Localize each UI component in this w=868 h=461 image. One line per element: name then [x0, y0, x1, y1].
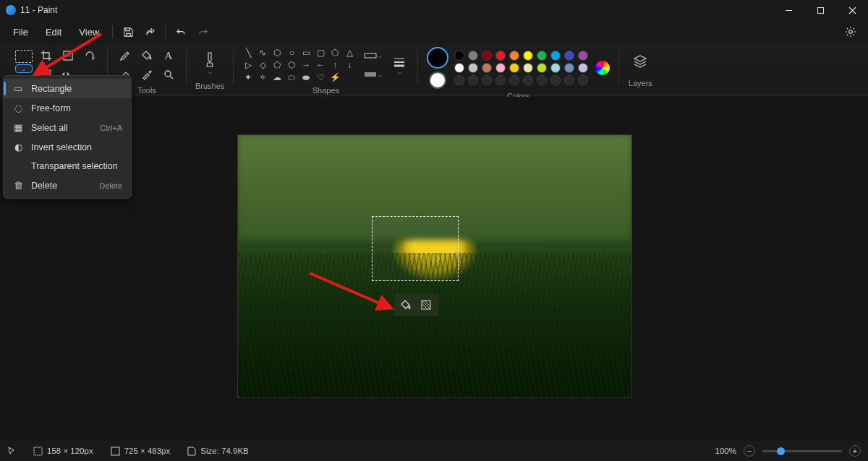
- fill-tool[interactable]: [138, 47, 156, 64]
- color-swatch[interactable]: [468, 75, 478, 85]
- dropdown-select-all[interactable]: ▦ Select all Ctrl+A: [4, 118, 131, 137]
- dropdown-invert-label: Invert selection: [31, 142, 92, 152]
- color-swatch[interactable]: [482, 63, 492, 73]
- pencil-tool[interactable]: [116, 47, 134, 64]
- selection-dropdown: ▭ Rectangle ◌ Free-form ▦ Select all Ctr…: [3, 75, 132, 199]
- svg-rect-1: [817, 7, 823, 13]
- color-swatch[interactable]: [550, 51, 561, 61]
- paint-app-icon: [6, 5, 16, 15]
- close-button[interactable]: [836, 0, 868, 20]
- menubar: File Edit View: [0, 20, 868, 43]
- shape-fill[interactable]: ⌵: [361, 66, 384, 83]
- color-swatch[interactable]: [564, 75, 574, 85]
- color-swatch[interactable]: [578, 51, 588, 61]
- dropdown-transparent[interactable]: Transparent selection: [4, 157, 131, 176]
- color-1[interactable]: [427, 47, 448, 69]
- menu-file[interactable]: File: [4, 22, 37, 42]
- color-palette[interactable]: [454, 51, 590, 85]
- color-swatch[interactable]: [537, 75, 547, 85]
- settings-button[interactable]: [838, 22, 864, 42]
- color-swatch[interactable]: [578, 75, 588, 85]
- color-swatch[interactable]: [564, 51, 574, 61]
- color-swatch[interactable]: [523, 75, 533, 85]
- svg-rect-9: [365, 53, 376, 58]
- layers-button[interactable]: [628, 47, 652, 76]
- save-button[interactable]: [117, 22, 139, 42]
- dropdown-delete-label: Delete: [31, 181, 57, 191]
- rotate-tool[interactable]: [81, 47, 98, 64]
- disk-icon: [187, 447, 196, 456]
- brushes-tool[interactable]: ⌵: [197, 47, 222, 79]
- freeform-select-icon: ◌: [12, 103, 24, 113]
- dropdown-freeform-label: Free-form: [31, 103, 71, 113]
- dropdown-invert[interactable]: ◐ Invert selection: [4, 137, 131, 157]
- share-button[interactable]: [139, 22, 161, 42]
- brushes-group: ⌵ Brushes: [188, 47, 231, 90]
- select-tool[interactable]: [13, 47, 35, 76]
- shape-outline[interactable]: ⌵: [361, 47, 384, 64]
- color-swatch[interactable]: [495, 63, 506, 73]
- minimize-button[interactable]: [773, 0, 804, 20]
- color-swatch[interactable]: [564, 63, 574, 73]
- color-swatch[interactable]: [509, 63, 519, 73]
- dropdown-freeform[interactable]: ◌ Free-form: [4, 98, 131, 118]
- select-dropdown-indicator[interactable]: [15, 64, 33, 73]
- color-swatch[interactable]: [495, 75, 506, 85]
- color-swatch[interactable]: [454, 51, 464, 61]
- edit-colors-button[interactable]: [595, 61, 610, 75]
- dropdown-rectangle[interactable]: ▭ Rectangle: [4, 79, 131, 98]
- resize-tool[interactable]: [59, 47, 77, 64]
- redo-button[interactable]: [192, 22, 213, 42]
- statusbar: 158 × 120px 725 × 483px Size: 74.9KB 100…: [0, 441, 868, 461]
- zoom-out-button[interactable]: −: [744, 445, 755, 457]
- selection-size-icon: [33, 447, 43, 456]
- shapes-gallery[interactable]: ╲∿⬡○▭▢⬠△ ▷◇⬠⬡→←↑↓ ✦✧☁⬭⬬♡⚡: [242, 48, 355, 82]
- menu-view[interactable]: View: [70, 22, 108, 42]
- text-tool[interactable]: A: [160, 47, 177, 64]
- undo-button[interactable]: [170, 22, 192, 42]
- svg-line-8: [170, 76, 173, 79]
- color-swatch[interactable]: [454, 63, 464, 73]
- colors-group: Colors: [420, 47, 617, 100]
- color-swatch[interactable]: [523, 51, 533, 61]
- magnifier-tool[interactable]: [160, 66, 177, 83]
- canvas-image[interactable]: [238, 135, 631, 397]
- dropdown-delete[interactable]: 🗑 Delete Delete: [4, 176, 131, 195]
- maximize-button[interactable]: [804, 0, 836, 20]
- selection-fill-button[interactable]: [398, 297, 414, 313]
- canvas-size-icon: [111, 447, 120, 456]
- stroke-width[interactable]: ⌵: [390, 51, 409, 79]
- color-swatch[interactable]: [550, 63, 561, 73]
- tools-label: Tools: [137, 86, 156, 95]
- layers-label: Layers: [629, 79, 652, 87]
- dropdown-select-all-label: Select all: [31, 123, 68, 133]
- color-picker-tool[interactable]: [138, 66, 156, 83]
- menu-edit[interactable]: Edit: [37, 22, 70, 42]
- color-swatch[interactable]: [468, 51, 478, 61]
- delete-icon: 🗑: [12, 180, 24, 191]
- selection-remove-bg-button[interactable]: [418, 297, 434, 313]
- zoom-in-button[interactable]: +: [849, 445, 861, 457]
- crop-tool[interactable]: [38, 47, 55, 64]
- color-swatch[interactable]: [482, 75, 492, 85]
- cursor-pointer-icon: [7, 447, 16, 455]
- dropdown-rectangle-label: Rectangle: [31, 84, 72, 94]
- selection-toolbar: [393, 294, 438, 316]
- color-swatch[interactable]: [468, 63, 478, 73]
- color-swatch[interactable]: [537, 63, 547, 73]
- color-swatch[interactable]: [495, 51, 506, 61]
- zoom-slider[interactable]: [762, 450, 842, 452]
- svg-point-7: [165, 71, 171, 77]
- color-swatch[interactable]: [550, 75, 561, 85]
- color-swatch[interactable]: [509, 51, 519, 61]
- color-swatch[interactable]: [578, 63, 588, 73]
- color-swatch[interactable]: [482, 51, 492, 61]
- color-swatch[interactable]: [523, 63, 533, 73]
- shapes-label: Shapes: [312, 86, 339, 95]
- selection-marquee[interactable]: [372, 216, 459, 281]
- select-all-icon: ▦: [12, 122, 24, 133]
- color-swatch[interactable]: [537, 51, 547, 61]
- color-swatch[interactable]: [509, 75, 519, 85]
- color-swatch[interactable]: [454, 75, 464, 85]
- color-2[interactable]: [429, 72, 446, 89]
